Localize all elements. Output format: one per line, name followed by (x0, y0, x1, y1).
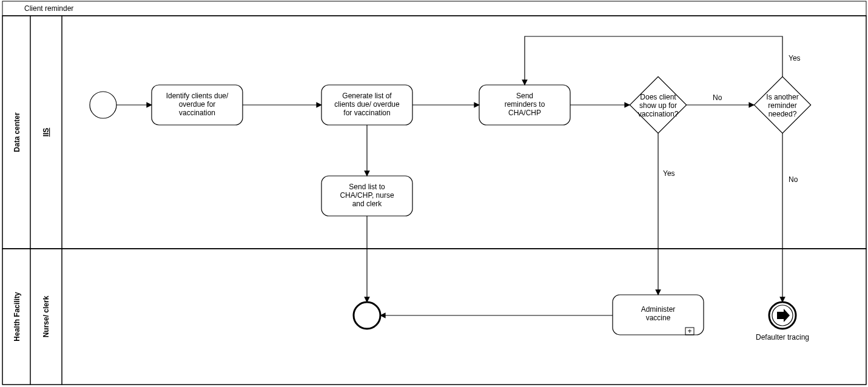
label-yes-1: Yes (663, 169, 675, 178)
gateway-show-up: Does client show up for vaccination? (630, 76, 686, 133)
gateway-show-up-l2: show up for (639, 101, 677, 110)
gateway-show-up-l1: Does client (640, 93, 676, 101)
lane-nurse-content (62, 249, 866, 385)
intermediate-event (354, 302, 380, 329)
task-identify-l3: vaccination (179, 109, 215, 117)
pool-data-center (2, 16, 866, 249)
task-generate-l2: clients due/ overdue (334, 100, 400, 109)
task-send-list-l1: Send list to (349, 183, 385, 191)
task-generate-l1: Generate list of (342, 92, 392, 100)
flow-gwanother-sendreminders (525, 36, 782, 85)
pool-label-health-facility: Health Facility (13, 292, 21, 342)
label-no-1: No (713, 93, 722, 102)
pool-health-facility (2, 249, 866, 385)
lane-label-nurse-clerk: Nurse/ clerk (42, 295, 50, 337)
task-send-reminders-l3: CHA/CHP (508, 109, 541, 117)
diagram-title: Client reminder (24, 4, 73, 13)
task-generate-l3: for vaccination (343, 109, 390, 117)
task-administer-l2: vaccine (646, 314, 671, 322)
task-identify-l1: Identify clients due/ (166, 92, 229, 100)
label-yes-2: Yes (789, 54, 801, 62)
pool-label-data-center: Data center (13, 112, 21, 152)
task-send-reminders-l1: Send (516, 92, 533, 100)
end-link-label: Defaulter tracing (756, 333, 809, 342)
subprocess-marker: + (687, 327, 691, 335)
title-bar (2, 1, 866, 16)
label-no-2: No (789, 175, 798, 184)
bpmn-diagram: Client reminder Data center IIS Health F… (0, 0, 868, 387)
gateway-another-l2: reminder (768, 101, 796, 110)
end-link-event (769, 302, 796, 329)
lane-iids-content (62, 16, 866, 249)
gateway-another-reminder: Is another reminder needed? (754, 76, 810, 133)
gateway-another-l3: needed? (769, 110, 797, 118)
task-identify-l2: overdue for (179, 100, 216, 109)
start-event (90, 92, 116, 118)
task-send-list-l2: CHA/CHP, nurse (340, 191, 394, 200)
gateway-show-up-l3: vaccination? (638, 110, 679, 118)
gateway-another-l1: Is another (766, 93, 798, 101)
task-administer-l1: Administer (641, 305, 676, 314)
lane-label-iis: IIS (42, 128, 50, 137)
task-send-reminders-l2: reminders to (505, 100, 545, 109)
task-send-list-l3: and clerk (352, 200, 383, 208)
